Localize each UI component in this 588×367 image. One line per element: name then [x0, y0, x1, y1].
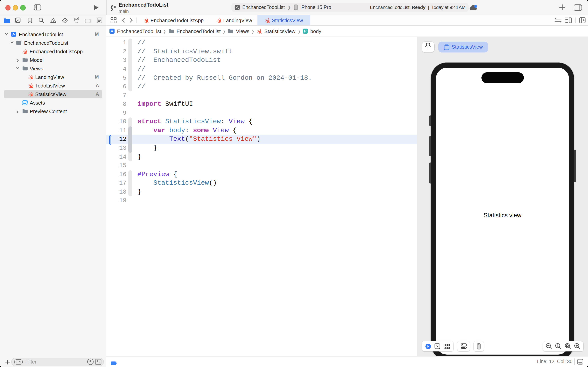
svg-text:P: P — [304, 29, 306, 33]
svg-text:1: 1 — [557, 344, 559, 348]
